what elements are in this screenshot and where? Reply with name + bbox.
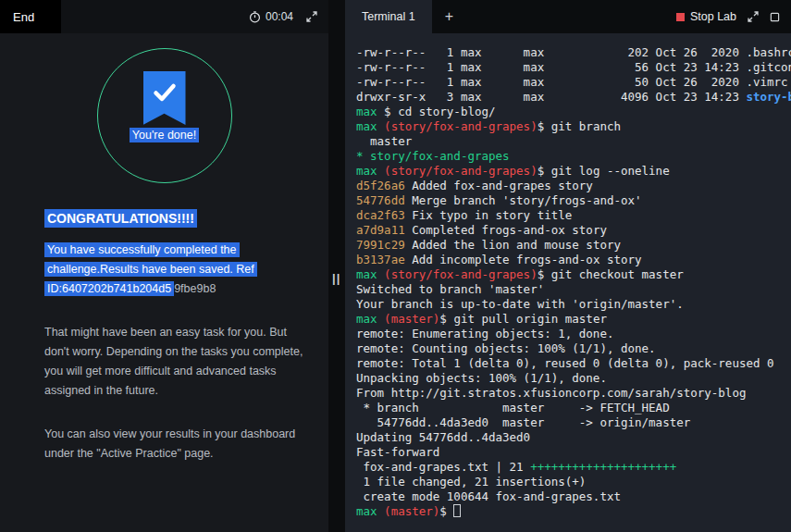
terminal-line: max $ cd story-blog/ [356,105,791,119]
result-ref-tail: 9fbe9b8 [174,282,216,295]
done-badge: You're done! [130,129,199,142]
info-paragraph-2: You can also view your results in your d… [44,425,303,464]
terminal-line: Unpacking objects: 100% (1/1), done. [356,371,791,386]
terminal-line: d5f26a6 Added fox-and-grapes story [356,179,791,193]
terminal-line: Fast-forward [356,445,791,460]
terminal-line: * branch master -> FETCH_HEAD [356,401,791,415]
terminal-line: max (story/fox-and-grapes)$ git checkout… [356,267,791,282]
terminal-line: 54776dd..4da3ed0 master -> origin/master [356,415,791,430]
terminal-line: remote: Enumerating objects: 1, done. [356,327,791,341]
clock-icon [249,11,261,23]
terminal-panel: Terminal 1 + Stop Lab -rw-r--r-- 1 max m… [345,0,791,532]
terminal-line: 7991c29 Added the lion and mouse story [356,238,791,253]
terminal-line: -rw-r--r-- 1 max max 202 Oct 26 2020 .ba… [356,45,791,60]
new-terminal-button[interactable]: + [445,8,453,25]
congrats-heading: CONGRATULATIONS!!!! [44,211,303,226]
instructions-topbar: End 00:04 [0,0,328,33]
terminal-cursor [453,504,461,517]
window-icon[interactable] [770,12,780,22]
terminal-line: max (story/fox-and-grapes)$ git log --on… [356,164,791,179]
expand-icon[interactable] [306,11,317,22]
result-highlighted-text: You have successfully completed the chal… [44,242,257,296]
terminal-line: Updating 54776dd..4da3ed0 [356,430,791,445]
terminal-line: Your branch is up-to-date with 'origin/m… [356,297,791,312]
terminal-line: create mode 100644 fox-and-grapes.txt [356,489,791,504]
terminal-line: a7d9a11 Completed frogs-and-ox story [356,223,791,238]
terminal-line: From http://git.stratos.xfusioncorp.com/… [356,386,791,401]
result-paragraph: You have successfully completed the chal… [44,241,303,299]
tab-terminal-1[interactable]: Terminal 1 [345,0,432,33]
stop-square-icon [676,13,685,21]
terminal-line: max (master)$ git pull origin master [356,312,791,327]
info-paragraph-1: That might have been an easy task for yo… [44,323,303,401]
terminal-output[interactable]: -rw-r--r-- 1 max max 202 Oct 26 2020 .ba… [345,33,791,532]
terminal-line: master [356,134,791,149]
terminal-line: -rw-r--r-- 1 max max 50 Oct 26 2020 .vim… [356,75,791,90]
terminal-line: max (master)$ [356,504,791,519]
bookmark-icon [143,71,186,125]
terminal-line: fox-and-grapes.txt | 21 ++++++++++++++++… [356,460,791,475]
panel-divider: || [328,0,345,532]
terminal-topbar-right: Stop Lab [676,10,791,23]
terminal-line: dca2f63 Fix typo in story title [356,208,791,223]
terminal-line: b3137ae Add incomplete frogs-and-ox stor… [356,253,791,267]
terminal-line: max (story/fox-and-grapes)$ git branch [356,119,791,134]
checkmark-icon [152,81,178,104]
expand-icon[interactable] [748,11,759,22]
lab-window: End 00:04 You're done! [0,0,791,532]
terminal-line: 1 file changed, 21 insertions(+) [356,475,791,489]
instructions-panel: End 00:04 You're done! [0,0,328,532]
terminal-line: remote: Total 1 (delta 0), reused 0 (del… [356,356,791,371]
terminal-topbar: Terminal 1 + Stop Lab [345,0,791,33]
stop-lab-button[interactable]: Stop Lab [676,10,736,23]
resize-handle-icon[interactable]: || [332,271,340,285]
timer: 00:04 [249,10,293,23]
terminal-line: 54776dd Merge branch 'story/frogs-and-ox… [356,193,791,208]
topbar-right: 00:04 [249,10,328,23]
stop-lab-label: Stop Lab [690,10,736,23]
timer-value: 00:04 [266,10,293,23]
terminal-line: * story/fox-and-grapes [356,149,791,164]
terminal-line: drwxr-sr-x 3 max max 4096 Oct 23 14:23 s… [356,90,791,105]
done-circle: You're done! [97,48,232,183]
end-button[interactable]: End [0,0,61,33]
terminal-line: remote: Counting objects: 100% (1/1), do… [356,341,791,356]
terminal-line: -rw-r--r-- 1 max max 56 Oct 23 14:23 .gi… [356,60,791,75]
terminal-line: Switched to branch 'master' [356,282,791,297]
